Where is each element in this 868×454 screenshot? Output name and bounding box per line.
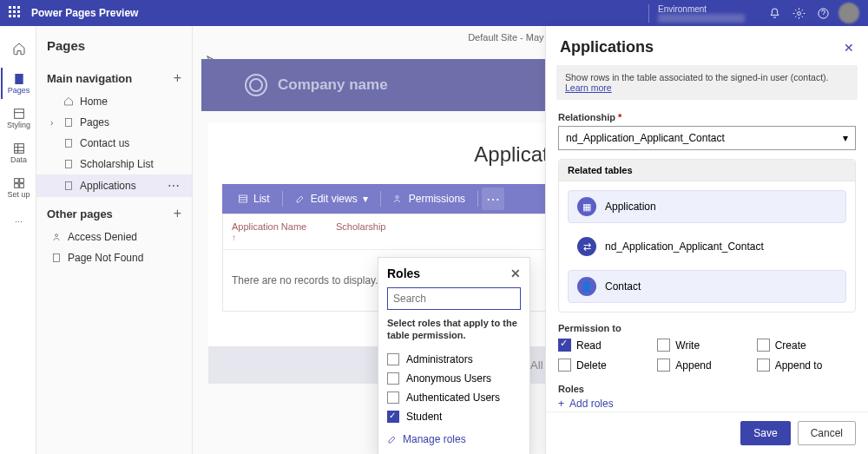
roles-search-input[interactable] — [387, 287, 521, 310]
checkbox-icon — [657, 339, 670, 352]
environment-value — [658, 14, 745, 23]
tree-contact-us[interactable]: Contact us — [36, 133, 192, 154]
add-roles-button[interactable]: +Add roles — [558, 398, 856, 410]
page-icon — [62, 116, 75, 128]
company-name: Company name — [278, 76, 388, 94]
rail-styling[interactable]: Styling — [1, 102, 36, 134]
add-main-nav-page-icon[interactable]: + — [174, 70, 181, 86]
app-title: Power Pages Preview — [31, 7, 138, 19]
svg-rect-5 — [14, 179, 18, 183]
roles-hint-text: Select roles that apply to the table per… — [387, 317, 521, 341]
checkbox-checked-icon — [558, 339, 571, 352]
svg-rect-7 — [14, 184, 18, 188]
svg-point-0 — [797, 11, 800, 15]
rail-styling-label: Styling — [7, 121, 30, 129]
related-table-contact[interactable]: 👤Contact — [568, 270, 846, 303]
tree-item-more-icon[interactable]: ⋯ — [168, 179, 185, 193]
settings-icon[interactable] — [786, 1, 811, 25]
info-banner: Show rows in the table associated to the… — [556, 65, 858, 100]
related-table-application[interactable]: ▦Application — [568, 190, 846, 223]
checkbox-icon — [558, 359, 571, 372]
tree-home[interactable]: Home — [36, 91, 192, 112]
role-checkbox-student[interactable]: Student — [387, 407, 521, 426]
top-bar: Power Pages Preview Environment — [0, 0, 868, 26]
other-pages-header: Other pages — [47, 207, 113, 220]
permissions-button[interactable]: Permissions — [385, 188, 474, 210]
svg-point-16 — [396, 196, 398, 199]
table-icon: ▦ — [577, 197, 596, 216]
column-scholarship[interactable]: Scholarship — [336, 221, 385, 242]
user-avatar[interactable] — [838, 3, 859, 23]
rail-pages[interactable]: Pages — [1, 68, 36, 99]
chevron-right-icon[interactable]: › — [50, 118, 57, 128]
rail-data[interactable]: Data — [1, 137, 36, 168]
svg-rect-11 — [66, 161, 72, 168]
rail-setup[interactable]: Set up — [1, 172, 36, 203]
environment-label: Environment — [658, 4, 745, 14]
help-icon[interactable] — [811, 1, 835, 25]
perm-append-to[interactable]: Append to — [757, 359, 856, 372]
checkbox-icon — [657, 359, 670, 372]
role-checkbox-authenticated[interactable]: Authenticated Users — [387, 388, 521, 407]
learn-more-link[interactable]: Learn more — [565, 82, 612, 93]
checkbox-icon — [387, 391, 399, 404]
perm-write[interactable]: Write — [657, 339, 756, 352]
app-launcher-icon[interactable] — [9, 6, 23, 20]
add-other-page-icon[interactable]: + — [174, 206, 181, 221]
page-icon — [50, 252, 62, 264]
related-table-relationship[interactable]: ⇄nd_Application_Applicant_Contact — [568, 230, 846, 263]
perm-read[interactable]: Read — [558, 339, 657, 352]
page-icon — [62, 158, 75, 170]
plus-icon: + — [558, 398, 564, 410]
tree-applications[interactable]: Applications⋯ — [36, 174, 192, 197]
list-button[interactable]: List — [229, 188, 279, 210]
close-icon[interactable]: ✕ — [510, 266, 521, 280]
perm-create[interactable]: Create — [757, 339, 856, 352]
checkbox-checked-icon — [387, 411, 399, 423]
main-nav-header: Main navigation — [47, 72, 132, 85]
role-checkbox-anonymous[interactable]: Anonymous Users — [387, 369, 521, 388]
svg-point-13 — [56, 234, 58, 237]
svg-rect-10 — [66, 140, 72, 148]
link-icon: ⇄ — [577, 237, 596, 256]
left-rail: Pages Styling Data Set up ⋯ — [0, 26, 36, 454]
toolbar-more-icon[interactable]: ⋯ — [482, 188, 504, 210]
rail-setup-label: Set up — [7, 190, 30, 199]
svg-rect-8 — [19, 184, 23, 188]
relationship-dropdown[interactable]: nd_Application_Applicant_Contact▾ — [558, 126, 856, 150]
rail-more[interactable]: ⋯ — [1, 207, 36, 238]
chevron-down-icon: ▾ — [363, 193, 368, 205]
related-tables-header: Related tables — [559, 160, 855, 181]
svg-rect-15 — [240, 195, 247, 202]
rail-home[interactable] — [1, 33, 36, 64]
roles-section-label: Roles — [558, 384, 856, 394]
close-icon[interactable]: ✕ — [844, 41, 854, 55]
column-application-name[interactable]: Application Name — [232, 221, 310, 242]
checkbox-icon — [387, 353, 399, 365]
svg-rect-4 — [14, 144, 23, 154]
notifications-icon[interactable] — [762, 1, 786, 25]
perm-append[interactable]: Append — [657, 359, 756, 372]
tree-pages[interactable]: ›Pages — [36, 112, 192, 133]
home-icon — [62, 95, 75, 108]
role-checkbox-administrators[interactable]: Administrators — [387, 350, 521, 369]
environment-picker[interactable]: Environment — [648, 4, 745, 23]
edit-views-button[interactable]: Edit views▾ — [286, 188, 377, 210]
checkbox-icon — [757, 359, 770, 372]
page-icon — [62, 137, 75, 149]
tree-page-not-found[interactable]: Page Not Found — [36, 247, 192, 268]
roles-popup-title: Roles — [387, 266, 420, 280]
checkbox-icon — [387, 372, 399, 385]
permission-to-label: Permission to — [558, 323, 856, 333]
cancel-button[interactable]: Cancel — [798, 421, 856, 445]
pages-panel-title: Pages — [47, 38, 85, 53]
pages-panel: Pages Main navigation+ Home ›Pages Conta… — [36, 26, 193, 454]
svg-rect-2 — [15, 74, 23, 84]
tree-access-denied[interactable]: Access Denied — [36, 227, 192, 247]
save-button[interactable]: Save — [740, 421, 790, 445]
related-tables-box: Related tables ▦Application ⇄nd_Applicat… — [558, 159, 856, 313]
side-panel-title: Applications — [560, 38, 654, 56]
manage-roles-link[interactable]: Manage roles — [387, 426, 521, 445]
tree-scholarship-list[interactable]: Scholarship List — [36, 154, 192, 174]
perm-delete[interactable]: Delete — [558, 359, 657, 372]
